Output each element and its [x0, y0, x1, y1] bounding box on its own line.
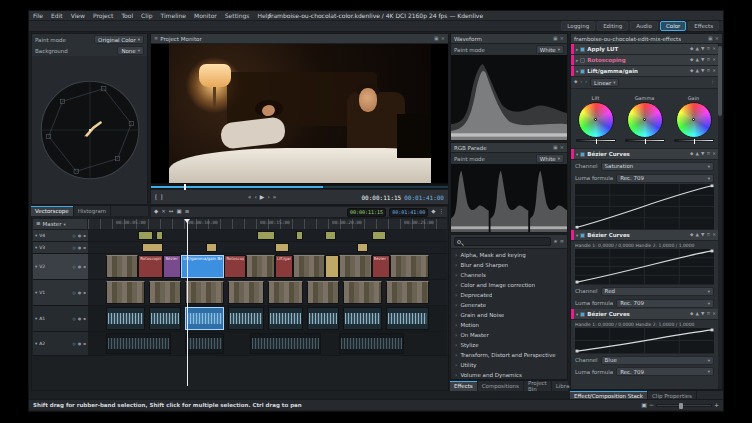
effect-movedown-icon[interactable]: ▼ — [701, 312, 704, 317]
timeline-clip[interactable] — [106, 333, 171, 354]
effect-menu-icon[interactable]: ≡ — [706, 233, 710, 238]
frame-forward-icon[interactable]: › — [267, 194, 269, 200]
expand-arrow-icon[interactable]: › — [455, 322, 457, 328]
menu-project[interactable]: Project — [89, 11, 118, 21]
timeline-clip[interactable] — [372, 231, 386, 240]
track-header-a1[interactable]: ▾A1◎●▪ — [33, 306, 88, 332]
effect-delete-icon[interactable]: × — [712, 58, 716, 63]
timeline-clip[interactable] — [325, 255, 339, 278]
effect-keyframes-icon[interactable]: ◆ — [690, 312, 693, 317]
effect-delete-icon[interactable]: × — [712, 47, 716, 52]
workspace-editing-button[interactable]: Editing — [597, 21, 628, 31]
effect-stack-scrollbar[interactable] — [718, 44, 722, 389]
menu-view[interactable]: View — [67, 11, 89, 21]
timeline-clip[interactable] — [246, 255, 275, 278]
curve3-channel-select[interactable]: Blue ▾ — [601, 356, 714, 365]
timeline-clip[interactable] — [156, 231, 163, 240]
effects-category[interactable]: ›Grain and Noise — [451, 310, 567, 320]
effect-delete-icon[interactable]: × — [712, 233, 716, 238]
vectorscope-paint-mode-select[interactable]: Original Color ▾ — [94, 35, 144, 44]
float-panel-icon[interactable]: ▣ — [434, 36, 439, 41]
monitor-video-area[interactable] — [151, 44, 448, 183]
track-target-icon[interactable]: ◎ — [72, 264, 76, 269]
color-wheel-disc[interactable] — [627, 102, 663, 138]
curve1-channel-select[interactable]: Saturation ▾ — [601, 162, 714, 171]
effect-menu-icon[interactable]: ≡ — [706, 47, 710, 52]
timeline-clip[interactable] — [325, 231, 336, 240]
tab-effects[interactable]: Effects — [450, 381, 478, 391]
effect-apply-lut-header[interactable]: ▸ Apply LUT ◆ ▲ ▼ ≡ × — [571, 44, 718, 55]
timeline-clip[interactable] — [250, 333, 322, 354]
timeline-clip[interactable] — [138, 231, 152, 240]
effect-curves2-header[interactable]: ▾ Bézier Curves ◆ ▲ ▼ ≡ × — [571, 230, 718, 241]
monitor-playhead[interactable] — [184, 184, 186, 190]
track-expand-icon[interactable]: ▾ — [35, 341, 37, 346]
expand-arrow-icon[interactable]: › — [455, 282, 457, 288]
effects-category[interactable]: ›Transform, Distort and Perspective — [451, 350, 567, 360]
effects-category[interactable]: ›Alpha, Mask and keying — [451, 250, 567, 260]
timeline-playhead[interactable] — [187, 219, 188, 386]
track-lock-icon[interactable]: ▪ — [83, 316, 86, 321]
effect-enable-checkbox[interactable] — [580, 312, 585, 317]
timeline-clip[interactable] — [185, 281, 224, 304]
spacer-tool-icon[interactable]: ↔ — [169, 209, 174, 215]
timeline-clip[interactable] — [142, 243, 164, 252]
track-lane-v3[interactable] — [88, 242, 447, 254]
track-lock-icon[interactable]: ▪ — [83, 290, 86, 295]
effects-category[interactable]: ›Stylize — [451, 340, 567, 350]
scrollbar-thumb[interactable] — [718, 46, 722, 116]
track-lane-v1[interactable] — [88, 280, 447, 306]
next-keyframe-icon[interactable]: › — [585, 80, 587, 85]
float-panel-icon[interactable]: ▣ — [553, 145, 558, 150]
track-expand-icon[interactable]: ▾ — [35, 290, 37, 295]
effect-movedown-icon[interactable]: ▼ — [701, 58, 704, 63]
close-panel-icon[interactable]: × — [715, 36, 719, 41]
curve2-channel-select[interactable]: Red ▾ — [601, 287, 714, 296]
marker-icon[interactable]: ◆ — [431, 209, 435, 215]
menu-file[interactable]: File — [29, 11, 47, 21]
go-start-icon[interactable]: « — [248, 194, 252, 200]
curve2-luma-select[interactable]: Rec. 709 ▾ — [616, 299, 714, 308]
track-mute-icon[interactable]: ● — [78, 316, 82, 321]
menu-clip[interactable]: Clip — [137, 11, 156, 21]
track-hide-icon[interactable]: ● — [78, 245, 82, 250]
go-end-icon[interactable]: » — [273, 194, 277, 200]
wheel-center-handle[interactable] — [594, 118, 597, 121]
zoom-slider-thumb[interactable] — [679, 403, 683, 409]
effect-movedown-icon[interactable]: ▼ — [701, 47, 704, 52]
track-lane-a1[interactable] — [88, 306, 447, 332]
effect-moveup-icon[interactable]: ▲ — [696, 233, 699, 238]
menu-tool[interactable]: Tool — [117, 11, 137, 21]
selection-tool-icon[interactable]: ◆ — [154, 209, 158, 215]
timeline-clip[interactable] — [149, 307, 181, 330]
timeline-clip[interactable]: Bézier Curves — [163, 255, 181, 278]
waveform-paint-mode-select[interactable]: White ▾ — [536, 45, 564, 54]
effect-menu-icon[interactable]: ≡ — [706, 312, 710, 317]
timeline-clip[interactable] — [293, 255, 325, 278]
parade-paint-mode-select[interactable]: White ▾ — [536, 154, 564, 163]
effect-enable-checkbox[interactable] — [580, 58, 585, 63]
tab-compositions[interactable]: Compositions — [478, 381, 524, 391]
timeline-clip[interactable] — [228, 307, 264, 330]
track-target-icon[interactable]: ◎ — [72, 290, 76, 295]
timeline-clip[interactable] — [339, 333, 404, 354]
float-panel-icon[interactable]: ▣ — [553, 36, 558, 41]
timeline-clip[interactable] — [386, 281, 429, 304]
effect-menu-icon[interactable]: ≡ — [706, 58, 710, 63]
timeline-clip[interactable] — [357, 243, 368, 252]
timeline-clip[interactable] — [339, 255, 371, 278]
play-icon[interactable]: ▶ — [260, 194, 265, 200]
timeline-clip[interactable] — [106, 255, 138, 278]
keyframe-options-icon[interactable]: ⋮ — [711, 80, 716, 85]
float-panel-icon[interactable]: ▣ — [708, 36, 713, 41]
track-lane-a2[interactable] — [88, 332, 447, 356]
close-panel-icon[interactable]: × — [560, 36, 564, 41]
effect-movedown-icon[interactable]: ▼ — [701, 69, 704, 74]
track-header-v2[interactable]: ▾V2◎●▪ — [33, 254, 88, 280]
expand-arrow-icon[interactable]: › — [455, 292, 457, 298]
prev-keyframe-icon[interactable]: ‹ — [580, 80, 582, 85]
effects-search-box[interactable] — [454, 237, 551, 246]
timeline-clip[interactable] — [307, 281, 339, 304]
effect-curves3-header[interactable]: ▾ Bézier Curves ◆ ▲ ▼ ≡ × — [571, 309, 718, 320]
timeline-clip[interactable]: Lift/gamma/gain — [275, 255, 293, 278]
